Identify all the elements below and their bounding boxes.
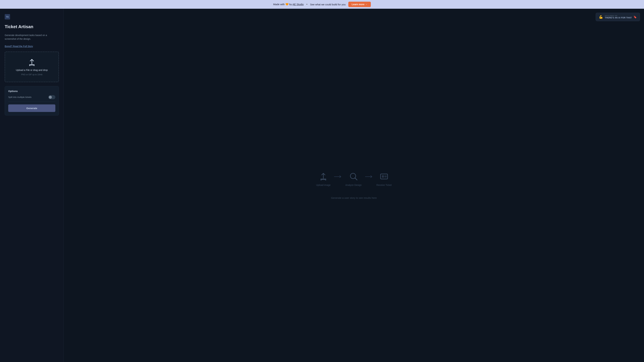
banner-dot: • [306,3,308,6]
svg-line-7 [355,178,357,180]
split-tickets-row: Split into multiple tickets [8,95,55,102]
split-tickets-label: Split into multiple tickets [8,96,32,98]
upload-subtitle: PNG or GIF up to 10mb [21,73,42,76]
flow-step-analyze-label: Analyze Design [345,184,362,186]
options-title: Options [8,90,55,92]
flow-step-receive: Receive Ticket [376,172,392,186]
app-description: Generate development tasks based on a sc… [5,33,59,41]
flow-arrow-2 [365,175,373,178]
featured-on-label: FEATURED ON [605,15,632,16]
svg-rect-3 [320,179,326,180]
flow-diagram: Upload image Analyze Design [316,172,392,186]
ae-studio-link[interactable]: AE Studio [292,3,304,6]
svg-rect-0 [29,64,34,65]
upload-flow-icon [318,172,328,181]
featured-site-name: THERE'S AN AI FOR THAT [605,16,632,19]
flow-arrow-1 [334,175,342,178]
logo-area: TA [5,14,59,19]
toggle-knob [49,96,52,99]
upload-title: Upload a File or drag and drop [16,69,48,71]
logo-icon: TA [5,14,10,19]
featured-badge-text: FEATURED ON THERE'S AN AI FOR THAT [605,15,632,19]
svg-rect-9 [382,175,384,178]
top-banner: Made with 🧡 by AE Studio • See what we c… [0,0,644,9]
svg-rect-5 [325,180,326,180]
heart-icon: 🧡 [286,3,289,6]
bookmark-icon: 🔖 [634,15,637,18]
main-layout: TA Ticket Artisan Generate development t… [0,9,644,362]
flow-step-upload-label: Upload image [316,184,330,186]
read-story-link[interactable]: Bored? Read the Full Story [5,45,59,48]
receive-flow-icon [379,172,389,181]
flow-step-upload: Upload image [316,172,330,186]
results-placeholder: Generate a user story to see results her… [331,196,377,199]
svg-rect-2 [34,65,34,66]
svg-rect-4 [320,180,322,180]
app-title: Ticket Artisan [5,24,59,29]
flow-step-receive-label: Receive Ticket [376,184,392,186]
options-panel: Options Split into multiple tickets Gene… [5,86,59,115]
banner-see-what: See what we could build for you [310,3,346,6]
svg-rect-1 [29,65,30,66]
featured-badge-icon: 💪 [599,15,603,19]
upload-area[interactable]: Upload a File or drag and drop PNG or GI… [5,52,59,82]
content-area: 💪 FEATURED ON THERE'S AN AI FOR THAT 🔖 [64,9,644,362]
learn-more-button[interactable]: Learn more → [348,2,371,7]
split-tickets-toggle[interactable] [48,95,55,99]
flow-step-analyze: Analyze Design [345,172,362,186]
featured-badge[interactable]: 💪 FEATURED ON THERE'S AN AI FOR THAT 🔖 [596,13,640,21]
sidebar: TA Ticket Artisan Generate development t… [0,9,64,362]
analyze-flow-icon [349,172,358,181]
generate-button[interactable]: Generate [8,104,55,112]
upload-icon [28,58,36,67]
banner-made-with: Made with 🧡 by AE Studio [273,3,304,6]
svg-rect-8 [380,174,388,179]
